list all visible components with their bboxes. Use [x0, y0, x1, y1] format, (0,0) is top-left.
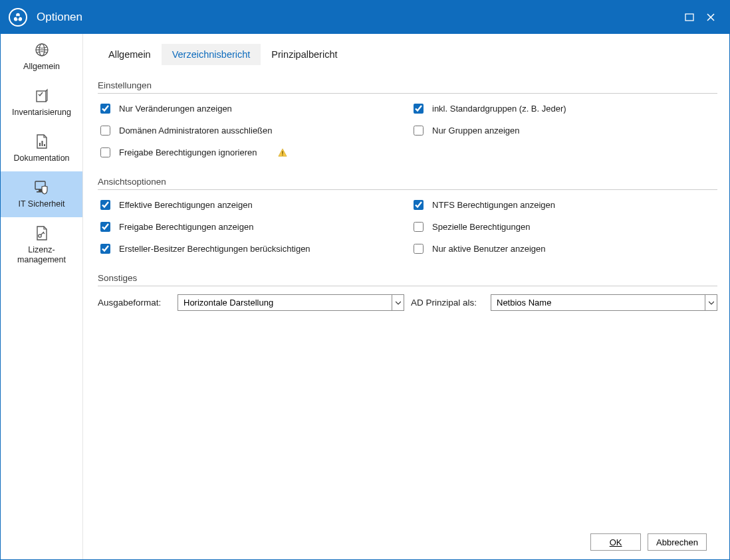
checkbox-row: Nur aktive Benutzer anzeigen: [411, 242, 717, 256]
maximize-button[interactable]: [679, 7, 700, 28]
svg-rect-13: [44, 144, 45, 146]
checkbox-label[interactable]: Nur aktive Benutzer anzeigen: [432, 244, 546, 254]
checkbox-label[interactable]: Domänen Administratoren ausschließen: [119, 126, 273, 136]
checkbox-label[interactable]: Freigabe Berechtigungen ignorieren: [119, 147, 257, 157]
close-icon: [706, 13, 715, 22]
sidebar-item-label: Dokumentation: [13, 153, 69, 163]
sidebar-item-dokumentation[interactable]: Dokumentation: [1, 126, 82, 171]
sidebar-item-inventarisierung[interactable]: Inventarisierung: [1, 80, 82, 126]
tab-content: Einstellungen Nur Veränderungen anzeigen…: [98, 66, 717, 525]
checkbox-label[interactable]: Nur Gruppen anzeigen: [432, 126, 520, 136]
sidebar-item-label: IT Sicherheit: [19, 199, 65, 209]
section-divider: [98, 93, 717, 94]
sidebar-item-allgemein[interactable]: Allgemein: [1, 34, 82, 80]
checkbox-freigabe-berechtigungen[interactable]: [100, 222, 110, 232]
ok-button[interactable]: OK: [590, 533, 641, 551]
close-button[interactable]: [700, 7, 721, 28]
checkbox-label[interactable]: Spezielle Berechtigungen: [432, 222, 530, 232]
section-title-misc: Sonstiges: [98, 273, 717, 283]
checkbox-row: Effektive Berechtigungen anzeigen: [98, 198, 404, 212]
security-icon: [33, 178, 51, 197]
checkbox-row: Freigabe Berechtigungen anzeigen: [98, 220, 404, 234]
section-title-view: Ansichtsoptionen: [98, 177, 717, 187]
checkbox-row: Ersteller-Besitzer Berechtigungen berück…: [98, 242, 404, 256]
main: Allgemein Verzeichnisbericht Prinzipalbe…: [83, 34, 729, 559]
checkbox-row: inkl. Standardgruppen (z. B. Jeder): [411, 102, 717, 116]
tabs: Allgemein Verzeichnisbericht Prinzipalbe…: [98, 39, 717, 66]
svg-rect-20: [283, 151, 283, 153]
checkbox-row: Freigabe Berechtigungen ignorieren: [98, 145, 404, 159]
output-format-select-wrap: Horizontale Darstellung: [178, 294, 404, 311]
checkbox-domaenen-admins[interactable]: [100, 126, 110, 136]
document-icon: [35, 132, 49, 151]
titlebar: Optionen: [1, 1, 729, 34]
checkbox-label[interactable]: Freigabe Berechtigungen anzeigen: [119, 222, 253, 232]
tab-allgemein[interactable]: Allgemein: [98, 44, 162, 65]
checkbox-ntfs-berechtigungen[interactable]: [414, 200, 424, 210]
license-icon: [35, 224, 49, 242]
checkbox-nur-veraenderungen[interactable]: [100, 104, 110, 114]
svg-rect-4: [685, 14, 693, 21]
sidebar-item-it-sicherheit[interactable]: IT Sicherheit: [1, 171, 82, 217]
checkbox-freigabe-ignorieren[interactable]: [100, 147, 110, 157]
maximize-icon: [685, 13, 694, 21]
checkbox-label[interactable]: inkl. Standardgruppen (z. B. Jeder): [432, 104, 566, 114]
sidebar-item-lizenzmanagement[interactable]: Lizenz- management: [1, 217, 82, 273]
output-format-select[interactable]: Horizontale Darstellung: [178, 295, 404, 310]
sidebar-item-label: Inventarisierung: [12, 108, 71, 118]
window-title: Optionen: [37, 11, 82, 24]
sidebar-item-label: Allgemein: [23, 62, 60, 72]
checkbox-row: Spezielle Berechtigungen: [411, 220, 717, 234]
app-logo-icon: [13, 12, 23, 23]
section-title-settings: Einstellungen: [98, 80, 717, 90]
sidebar: Allgemein Inventarisierung Dokumentation…: [1, 34, 83, 559]
svg-line-19: [43, 233, 45, 234]
ad-principal-label: AD Prinzipal als:: [411, 298, 484, 308]
svg-rect-21: [283, 154, 283, 155]
checkbox-label[interactable]: Nur Veränderungen anzeigen: [119, 104, 232, 114]
checkbox-row: Nur Gruppen anzeigen: [411, 124, 717, 138]
sidebar-item-label: Lizenz- management: [17, 245, 66, 265]
checkbox-row: Domänen Administratoren ausschließen: [98, 124, 404, 138]
checkbox-label[interactable]: Effektive Berechtigungen anzeigen: [119, 200, 253, 210]
output-format-label: Ausgabeformat:: [98, 298, 171, 308]
checkbox-inkl-standardgruppen[interactable]: [414, 104, 424, 114]
tab-verzeichnisbericht[interactable]: Verzeichnisbericht: [162, 44, 261, 65]
section-divider: [98, 286, 717, 286]
globe-icon: [34, 41, 50, 59]
svg-rect-10: [37, 91, 46, 102]
ad-principal-select-wrap: Netbios Name: [491, 294, 717, 311]
tab-prinzipalbericht[interactable]: Prinzipalbericht: [261, 44, 348, 65]
checkbox-nur-aktive-benutzer[interactable]: [414, 244, 424, 254]
app-icon: [9, 8, 27, 27]
ad-principal-select[interactable]: Netbios Name: [491, 295, 717, 310]
svg-rect-12: [41, 141, 43, 146]
section-divider: [98, 189, 717, 190]
svg-point-3: [17, 16, 19, 19]
checkbox-row: Nur Veränderungen anzeigen: [98, 102, 404, 116]
checkbox-ersteller-besitzer[interactable]: [100, 244, 110, 254]
checkbox-spezielle-berechtigungen[interactable]: [414, 222, 424, 232]
checkbox-row: NTFS Berechtigungen anzeigen: [411, 198, 717, 212]
window: Optionen Allgemein: [0, 0, 730, 560]
inventory-icon: [34, 86, 50, 105]
svg-rect-11: [39, 143, 41, 146]
checkbox-nur-gruppen[interactable]: [414, 126, 424, 136]
svg-line-18: [41, 232, 44, 235]
checkbox-label[interactable]: NTFS Berechtigungen anzeigen: [432, 200, 555, 210]
cancel-button[interactable]: Abbrechen: [648, 533, 707, 551]
svg-rect-15: [39, 189, 42, 191]
checkbox-label[interactable]: Ersteller-Besitzer Berechtigungen berück…: [119, 244, 310, 254]
warning-icon: [278, 148, 287, 157]
checkbox-effektive-berechtigungen[interactable]: [100, 200, 110, 210]
footer: OK Abbrechen: [98, 525, 717, 559]
